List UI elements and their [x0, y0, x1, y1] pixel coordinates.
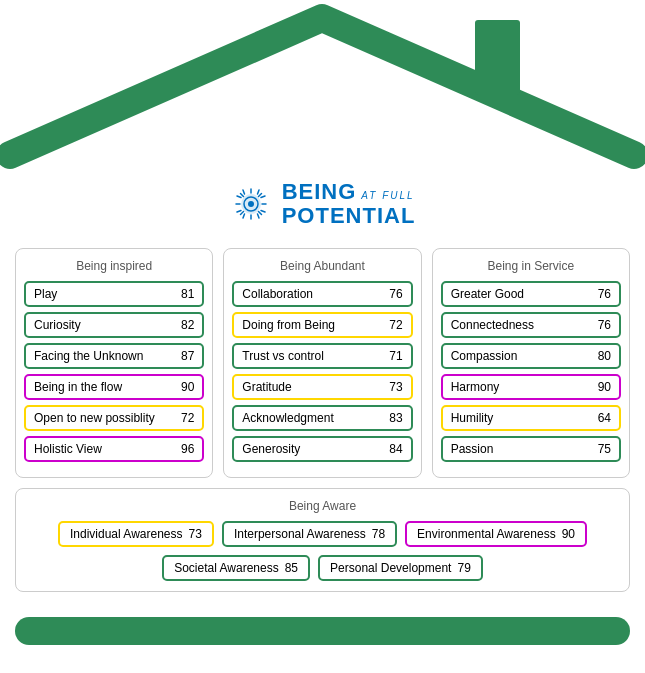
item-value: 83: [389, 411, 402, 425]
main-content: Being inspiredPlay81Curiosity82Facing th…: [0, 243, 645, 612]
page-wrapper: BEING AT FULL POTENTIAL Being inspiredPl…: [0, 0, 645, 645]
item-value: 76: [598, 318, 611, 332]
item-label: Passion: [451, 442, 494, 456]
svg-line-17: [261, 211, 265, 213]
aware-item-value: 85: [285, 561, 298, 575]
item-value: 82: [181, 318, 194, 332]
item-value: 72: [389, 318, 402, 332]
item-label: Humility: [451, 411, 494, 425]
item-value: 90: [598, 380, 611, 394]
aware-item-label: Environmental Awareness: [417, 527, 556, 541]
list-item: Being in the flow90: [24, 374, 204, 400]
item-label: Being in the flow: [34, 380, 122, 394]
svg-line-14: [237, 196, 241, 198]
item-label: Holistic View: [34, 442, 102, 456]
logo-area: BEING AT FULL POTENTIAL: [0, 170, 645, 243]
logo-potential: POTENTIAL: [282, 204, 416, 228]
list-item: Greater Good76: [441, 281, 621, 307]
svg-line-12: [243, 190, 245, 194]
item-value: 96: [181, 442, 194, 456]
svg-point-3: [248, 201, 254, 207]
item-label: Open to new possiblity: [34, 411, 155, 425]
list-item: Curiosity82: [24, 312, 204, 338]
item-label: Doing from Being: [242, 318, 335, 332]
list-item: Play81: [24, 281, 204, 307]
aware-item-value: 79: [457, 561, 470, 575]
bottom-bar: [15, 617, 630, 645]
aware-item: Personal Development79: [318, 555, 483, 581]
aware-item-value: 90: [562, 527, 575, 541]
item-value: 75: [598, 442, 611, 456]
column-title-1: Being Abundant: [232, 259, 412, 273]
svg-rect-0: [475, 20, 520, 95]
aware-item: Interpersonal Awareness78: [222, 521, 397, 547]
aware-grid: Individual Awareness73Interpersonal Awar…: [28, 521, 617, 581]
item-label: Trust vs control: [242, 349, 324, 363]
svg-line-11: [240, 212, 243, 215]
column-title-0: Being inspired: [24, 259, 204, 273]
item-value: 71: [389, 349, 402, 363]
list-item: Acknowledgment83: [232, 405, 412, 431]
aware-title: Being Aware: [28, 499, 617, 513]
list-item: Humility64: [441, 405, 621, 431]
item-label: Harmony: [451, 380, 500, 394]
item-value: 76: [598, 287, 611, 301]
column-card-0: Being inspiredPlay81Curiosity82Facing th…: [15, 248, 213, 478]
list-item: Facing the Unknown87: [24, 343, 204, 369]
column-card-2: Being in ServiceGreater Good76Connectedn…: [432, 248, 630, 478]
item-value: 87: [181, 349, 194, 363]
item-value: 64: [598, 411, 611, 425]
aware-item-value: 73: [189, 527, 202, 541]
item-label: Greater Good: [451, 287, 524, 301]
item-label: Connectedness: [451, 318, 534, 332]
roof-area: [0, 0, 645, 170]
item-label: Curiosity: [34, 318, 81, 332]
item-label: Gratitude: [242, 380, 291, 394]
list-item: Gratitude73: [232, 374, 412, 400]
svg-line-10: [258, 194, 261, 197]
list-item: Compassion80: [441, 343, 621, 369]
logo-text: BEING AT FULL POTENTIAL: [282, 180, 416, 228]
list-item: Open to new possiblity72: [24, 405, 204, 431]
svg-line-18: [243, 214, 245, 218]
item-value: 72: [181, 411, 194, 425]
aware-item-label: Individual Awareness: [70, 527, 183, 541]
item-value: 76: [389, 287, 402, 301]
item-label: Facing the Unknown: [34, 349, 143, 363]
aware-card: Being Aware Individual Awareness73Interp…: [15, 488, 630, 592]
three-columns: Being inspiredPlay81Curiosity82Facing th…: [15, 248, 630, 478]
aware-item-label: Interpersonal Awareness: [234, 527, 366, 541]
aware-item: Environmental Awareness90: [405, 521, 587, 547]
column-card-1: Being AbundantCollaboration76Doing from …: [223, 248, 421, 478]
item-value: 73: [389, 380, 402, 394]
list-item: Harmony90: [441, 374, 621, 400]
svg-line-9: [258, 212, 261, 215]
item-value: 80: [598, 349, 611, 363]
item-label: Generosity: [242, 442, 300, 456]
logo-at-full: AT FULL: [361, 190, 414, 201]
item-label: Collaboration: [242, 287, 313, 301]
list-item: Collaboration76: [232, 281, 412, 307]
list-item: Trust vs control71: [232, 343, 412, 369]
aware-item-label: Societal Awareness: [174, 561, 279, 575]
aware-item-value: 78: [372, 527, 385, 541]
svg-line-16: [261, 196, 265, 198]
item-value: 90: [181, 380, 194, 394]
item-label: Play: [34, 287, 57, 301]
aware-item-label: Personal Development: [330, 561, 451, 575]
svg-line-15: [237, 211, 241, 213]
svg-line-19: [257, 214, 259, 218]
svg-line-8: [240, 194, 243, 197]
list-item: Generosity84: [232, 436, 412, 462]
item-value: 81: [181, 287, 194, 301]
item-label: Acknowledgment: [242, 411, 333, 425]
item-value: 84: [389, 442, 402, 456]
list-item: Doing from Being72: [232, 312, 412, 338]
aware-item: Individual Awareness73: [58, 521, 214, 547]
item-label: Compassion: [451, 349, 518, 363]
logo-icon: [230, 183, 272, 225]
list-item: Holistic View96: [24, 436, 204, 462]
svg-line-13: [257, 190, 259, 194]
logo-being: BEING: [282, 180, 357, 204]
list-item: Connectedness76: [441, 312, 621, 338]
